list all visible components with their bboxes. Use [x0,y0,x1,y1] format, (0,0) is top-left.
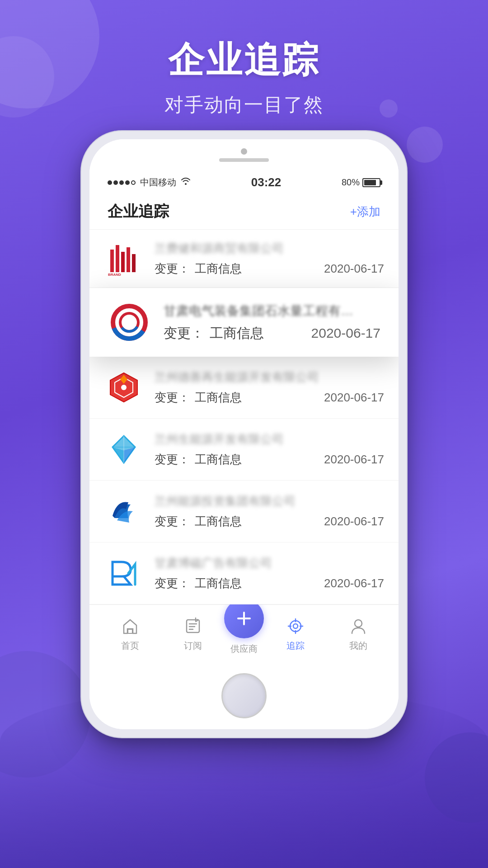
bottom-nav: 首页 订阅 [89,604,399,666]
list-item-4[interactable]: 兰州生能源开发有限公司 变更： 工商信息 2020-06-17 [89,419,399,481]
add-button[interactable]: +添加 [350,204,380,220]
track-icon [285,615,306,637]
change-label-3: 变更： 工商信息 [155,390,242,406]
list-item-6[interactable]: 甘肃博磁广告有限公司 变更： 工商信息 2020-06-17 [89,542,399,604]
supplier-add-button[interactable] [224,599,264,638]
home-button[interactable] [221,673,267,718]
list-item-highlighted[interactable]: 甘肃电气装备集团石水量工程有限公司 变更： 工商信息 2020-06-17 [89,288,399,357]
nav-item-track[interactable]: 追踪 [264,615,327,652]
battery-fill [364,180,376,185]
nav-label-subscribe: 订阅 [184,640,202,652]
status-right: 80% [342,177,380,188]
app-header: 企业追踪 +添加 [89,194,399,230]
change-date-4: 2020-06-17 [324,453,384,467]
change-date-1: 2020-06-17 [324,262,384,276]
main-title: 企业追踪 [0,36,488,85]
change-date-2: 2020-06-17 [311,326,380,341]
bg-decoration-3 [407,127,443,163]
signal-dot-1 [108,180,112,185]
change-info-4: 变更： 工商信息 2020-06-17 [155,452,384,467]
app-title: 企业追踪 [108,201,169,222]
change-label-5: 变更： 工商信息 [155,514,242,529]
signal-dot-2 [113,180,118,185]
carrier-name: 中国移动 [140,176,176,189]
battery-percent: 80% [342,177,360,188]
subscribe-icon [182,615,204,637]
phone-inner: 中国移动 03:22 80% [89,139,399,729]
nav-item-subscribe[interactable]: 订阅 [161,615,224,652]
svg-rect-4 [127,247,130,272]
speaker-grill [219,158,269,162]
item-info-6: 甘肃博磁广告有限公司 变更： 工商信息 2020-06-17 [155,555,384,591]
list-container: BRAND 兰费健和源商贸有限公司 变更： 工商信息 2020-06-17 [89,230,399,604]
status-time: 03:22 [251,175,282,189]
phone-outer: 中国移动 03:22 80% [81,131,407,737]
change-info-1: 变更： 工商信息 2020-06-17 [155,261,384,277]
signal-dot-3 [119,180,124,185]
item-info-3: 兰州德善再生能源开发有限公司 变更： 工商信息 2020-06-17 [155,369,384,406]
battery-icon [362,178,380,187]
company-logo-2 [108,301,151,344]
camera-dot [241,148,247,155]
svg-point-39 [355,620,362,627]
profile-icon [347,615,369,637]
status-bar: 中国移动 03:22 80% [89,166,399,194]
change-date-3: 2020-06-17 [324,391,384,405]
change-info-6: 变更： 工商信息 2020-06-17 [155,576,384,591]
change-label-6: 变更： 工商信息 [155,576,242,591]
home-button-area [89,666,399,729]
change-label-1: 变更： 工商信息 [155,261,242,277]
home-icon [119,615,141,637]
list-item-3[interactable]: 兰州德善再生能源开发有限公司 变更： 工商信息 2020-06-17 [89,357,399,419]
svg-rect-1 [110,250,114,272]
company-name-4: 兰州生能源开发有限公司 [155,431,326,447]
sub-title: 对手动向一目了然 [0,92,488,118]
change-info-3: 变更： 工商信息 2020-06-17 [155,390,384,406]
wifi-icon [181,178,191,187]
svg-rect-5 [132,254,136,272]
company-name-6: 甘肃博磁广告有限公司 [155,555,326,571]
header-section: 企业追踪 对手动向一目了然 [0,36,488,118]
svg-text:BRAND: BRAND [108,273,121,277]
company-name-3: 兰州德善再生能源开发有限公司 [155,369,326,385]
company-logo-5 [104,491,144,531]
company-name-2: 甘肃电气装备集团石水量工程有限公司 [164,302,353,320]
item-info-2: 甘肃电气装备集团石水量工程有限公司 变更： 工商信息 2020-06-17 [164,302,380,343]
nav-label-home: 首页 [121,640,139,652]
nav-item-home[interactable]: 首页 [99,615,161,652]
list-item-5[interactable]: 兰州能源投资集团有限公司 变更： 工商信息 2020-06-17 [89,481,399,542]
change-label-4: 变更： 工商信息 [155,452,242,467]
svg-rect-2 [116,245,119,272]
signal-dots [108,180,136,185]
nav-item-profile[interactable]: 我的 [327,615,389,652]
company-name-5: 兰州能源投资集团有限公司 [155,493,326,509]
nav-item-supplier[interactable]: 供应商 [224,612,264,655]
company-name-1: 兰费健和源商贸有限公司 [155,241,326,256]
change-info-2: 变更： 工商信息 2020-06-17 [164,324,380,343]
svg-point-15 [121,385,127,390]
change-date-6: 2020-06-17 [324,576,384,590]
signal-dot-4 [125,180,130,185]
nav-label-track: 追踪 [286,640,305,652]
svg-rect-25 [106,555,142,591]
change-date-5: 2020-06-17 [324,514,384,528]
change-info-5: 变更： 工商信息 2020-06-17 [155,514,384,529]
svg-rect-26 [128,629,132,633]
company-logo-4 [104,429,144,469]
item-info-1: 兰费健和源商贸有限公司 变更： 工商信息 2020-06-17 [155,241,384,277]
list-item[interactable]: BRAND 兰费健和源商贸有限公司 变更： 工商信息 2020-06-17 [89,230,399,288]
item-info-4: 兰州生能源开发有限公司 变更： 工商信息 2020-06-17 [155,431,384,467]
svg-point-34 [293,624,298,628]
item-info-5: 兰州能源投资集团有限公司 变更： 工商信息 2020-06-17 [155,493,384,529]
company-logo-6 [104,553,144,593]
company-logo-1: BRAND [104,239,144,278]
change-label-2: 变更： 工商信息 [164,324,264,343]
status-left: 中国移动 [108,176,191,189]
phone-top-area [89,139,399,166]
company-logo-3 [104,368,144,407]
phone-mockup: 中国移动 03:22 80% [81,131,407,737]
nav-label-profile: 我的 [349,640,367,652]
nav-label-supplier: 供应商 [230,643,258,655]
signal-dot-5 [131,180,136,185]
svg-point-33 [290,621,301,632]
